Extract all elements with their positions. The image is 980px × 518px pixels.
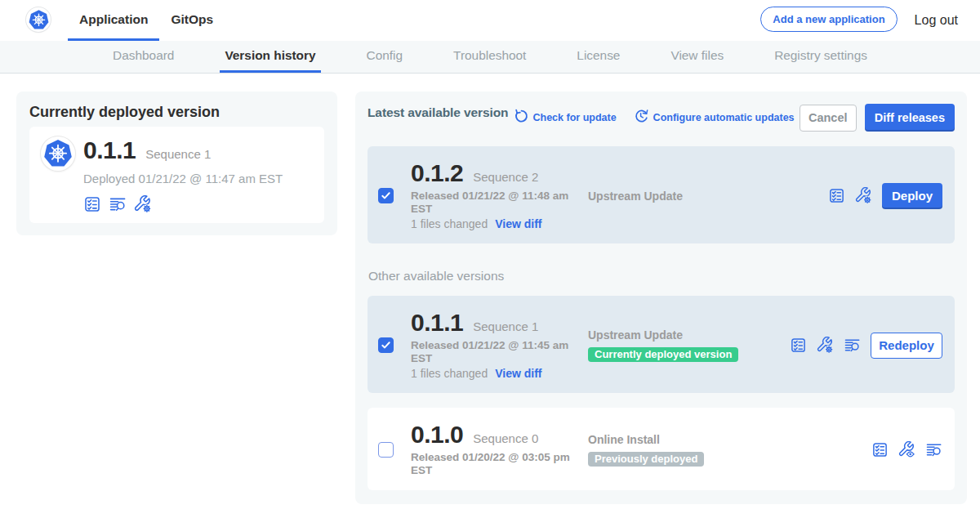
deployed-version-number: 0.1.1 (83, 138, 136, 163)
preflight-checks-icon[interactable] (83, 195, 101, 213)
source-label: Online Install (588, 433, 871, 446)
subnav-item-version-history[interactable]: Version history (220, 41, 320, 73)
subnav-item-troubleshoot[interactable]: Troubleshoot (448, 41, 531, 73)
logout-link[interactable]: Log out (915, 13, 958, 28)
other-versions-title: Other available versions (368, 270, 955, 283)
app-subnav: DashboardVersion historyConfigTroublesho… (0, 41, 980, 74)
deployed-panel-title: Currently deployed version (29, 104, 324, 120)
deploy-button[interactable]: Deploy (882, 183, 942, 209)
subnav-item-view-files[interactable]: View files (666, 41, 728, 73)
edit-config-icon[interactable] (855, 187, 872, 204)
version-number: 0.1.1 (411, 310, 463, 335)
configure-automatic-updates-link[interactable]: Configure automatic updates (633, 108, 795, 127)
version-details: 0.1.0Sequence 0Released 01/20/22 @ 03:05… (411, 422, 588, 477)
version-details: 0.1.2Sequence 2Released 01/21/22 @ 11:48… (411, 161, 588, 230)
version-checkbox-0.1.1[interactable] (378, 337, 394, 353)
version-number: 0.1.2 (411, 161, 463, 185)
version-source: Upstream UpdateCurrently deployed versio… (588, 328, 790, 362)
edit-config-icon[interactable] (134, 195, 152, 213)
currently-deployed-badge: Currently deployed version (588, 347, 738, 362)
deployed-actions (83, 195, 283, 213)
released-timestamp: Released 01/20/22 @ 03:05 pm EST (411, 451, 574, 477)
add-application-button[interactable]: Add a new application (760, 7, 897, 32)
released-timestamp: Released 01/21/22 @ 11:48 am EST (411, 190, 574, 216)
deploy-logs-icon[interactable] (844, 337, 861, 354)
main-content: Currently deployed version 0.1.1 Seque (0, 74, 980, 517)
latest-version-list: 0.1.2Sequence 2Released 01/21/22 @ 11:48… (368, 146, 955, 243)
subnav-item-registry-settings[interactable]: Registry settings (769, 41, 872, 73)
edit-config-icon[interactable] (817, 337, 834, 354)
version-actions (871, 441, 943, 458)
cancel-button[interactable]: Cancel (800, 105, 857, 132)
deployed-sequence: Sequence 1 (145, 147, 211, 161)
subnav-item-license[interactable]: License (572, 41, 625, 73)
version-actions: Redeploy (790, 333, 943, 359)
view-diff-link[interactable]: View diff (495, 368, 541, 380)
app-header: ApplicationGitOps Add a new application … (0, 0, 980, 41)
deployed-version-card: 0.1.1 Sequence 1 Deployed 01/21/22 @ 11:… (29, 127, 324, 223)
diff-releases-button[interactable]: Diff releases (865, 104, 955, 132)
check-for-update-link[interactable]: Check for update (513, 108, 617, 127)
version-row-0.1.1: 0.1.1Sequence 1Released 01/21/22 @ 11:45… (368, 296, 955, 393)
version-source: Online InstallPreviously deployed (588, 433, 871, 467)
version-sequence: Sequence 0 (473, 431, 538, 445)
main-tab-application[interactable]: Application (68, 0, 159, 41)
refresh-icon (513, 108, 529, 127)
version-checkbox-0.1.2[interactable] (378, 188, 394, 203)
version-sequence: Sequence 2 (473, 170, 538, 184)
version-details: 0.1.1Sequence 1Released 01/21/22 @ 11:45… (411, 310, 588, 380)
subnav-item-dashboard[interactable]: Dashboard (108, 41, 179, 73)
preflight-checks-icon[interactable] (828, 187, 845, 204)
deployed-timestamp: Deployed 01/21/22 @ 11:47 am EST (83, 172, 283, 186)
main-tab-gitops[interactable]: GitOps (159, 0, 225, 41)
preflight-checks-icon[interactable] (871, 441, 889, 458)
header-right: Add a new application Log out (760, 0, 980, 41)
subnav-item-config[interactable]: Config (362, 41, 408, 73)
version-history-panel: Latest available version Check for updat… (355, 92, 967, 504)
app-icon (41, 136, 75, 171)
deployed-info: 0.1.1 Sequence 1 Deployed 01/21/22 @ 11:… (83, 136, 283, 213)
view-config-icon[interactable] (898, 441, 915, 458)
schedule-update-icon (633, 108, 649, 127)
version-actions: Deploy (828, 183, 943, 209)
previously-deployed-badge: Previously deployed (588, 452, 704, 467)
version-checkbox-0.1.0[interactable] (378, 442, 394, 458)
currently-deployed-panel: Currently deployed version 0.1.1 Seque (16, 92, 337, 235)
view-diff-link[interactable]: View diff (495, 218, 541, 230)
latest-version-title: Latest available version (368, 105, 509, 120)
files-changed: 1 files changed (411, 368, 488, 380)
version-row-0.1.0: 0.1.0Sequence 0Released 01/20/22 @ 03:05… (368, 408, 955, 490)
updates-header: Latest available version Check for updat… (368, 104, 955, 132)
files-changed: 1 files changed (411, 218, 488, 230)
deploy-logs-icon[interactable] (925, 441, 942, 458)
version-row-0.1.2: 0.1.2Sequence 2Released 01/21/22 @ 11:48… (368, 146, 955, 243)
redeploy-button[interactable]: Redeploy (871, 333, 942, 359)
source-label: Upstream Update (588, 190, 828, 203)
main-tabs: ApplicationGitOps (68, 0, 225, 41)
preflight-checks-icon[interactable] (790, 337, 807, 354)
deploy-logs-icon[interactable] (109, 195, 127, 213)
other-version-list: 0.1.1Sequence 1Released 01/21/22 @ 11:45… (368, 296, 955, 490)
kubernetes-logo (26, 7, 51, 32)
version-sequence: Sequence 1 (473, 319, 538, 333)
version-number: 0.1.0 (411, 422, 463, 447)
released-timestamp: Released 01/21/22 @ 11:45 am EST (411, 339, 574, 365)
source-label: Upstream Update (588, 328, 790, 342)
version-source: Upstream Update (588, 190, 828, 203)
